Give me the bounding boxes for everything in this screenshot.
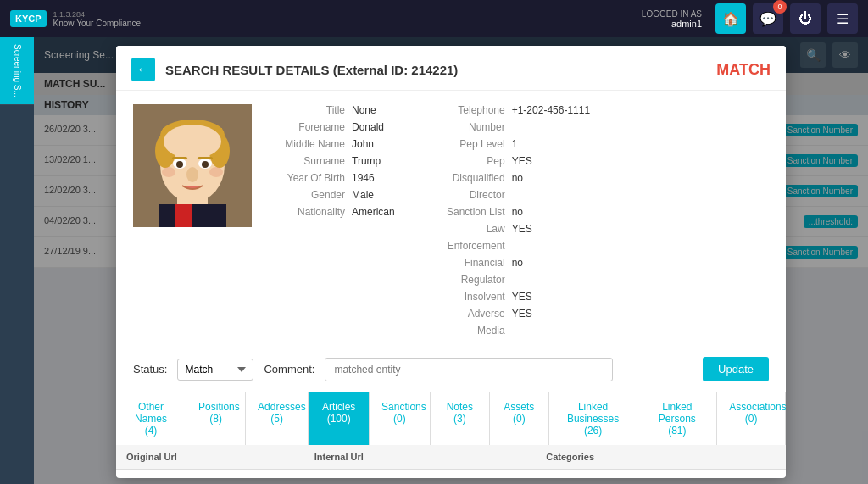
notification-badge: 0 [773,0,787,14]
info-row-yob: Year Of Birth 1946 [269,172,395,184]
tab-addresses[interactable]: Addresses (5) [246,392,309,445]
tab-positions[interactable]: Positions (8) [186,392,246,445]
info-row-adverse: Adverse YES [429,308,590,320]
top-navigation: KYCP 1.1.3.284 Know Your Compliance LOGG… [0,0,868,37]
sidebar: Screening S... [0,37,34,484]
back-button[interactable]: ← [131,58,155,81]
info-col-right: Telephone +1-202-456-1111 Number Pep Lev… [429,104,590,337]
modal-scroll-area[interactable]: Title None Forename Donald Middle Name J… [116,91,786,478]
logo-box: KYCP [10,10,47,27]
info-row-disqualified: Disqualified no [429,172,590,184]
top-nav-right: LOGGED IN AS admin1 🏠 💬 0 ⏻ ☰ [642,3,858,34]
tab-linked-persons[interactable]: Linked Persons (81) [637,392,717,445]
svg-point-9 [164,125,221,159]
col-original-url: Original Url [116,445,304,470]
info-row-surname: Surname Trump [269,155,395,167]
info-col-left: Title None Forename Donald Middle Name J… [269,104,395,337]
info-row-director: Director [429,189,590,201]
info-row-pep: Pep YES [429,155,590,167]
svg-point-17 [162,167,175,177]
app-name: Know Your Compliance [53,19,141,28]
menu-button[interactable]: ☰ [827,3,858,34]
info-row-nationality: Nationality American [269,206,395,218]
info-row-telephone: Telephone +1-202-456-1111 [429,104,590,116]
tab-notes[interactable]: Notes (3) [431,392,490,445]
svg-point-16 [186,167,198,182]
svg-point-12 [176,161,183,168]
modal-title: SEARCH RESULT DETAILS (External ID: 2142… [165,63,458,77]
app-version: 1.1.3.284 [53,10,141,19]
info-row-financial: Financial no [429,257,590,269]
profile-section: Title None Forename Donald Middle Name J… [116,91,786,350]
tab-articles[interactable]: Articles (100) [309,392,370,445]
tab-assets[interactable]: Assets (0) [490,392,549,445]
results-table: Original Url Internal Url Categories www… [116,445,786,478]
modal-header-left: ← SEARCH RESULT DETAILS (External ID: 21… [131,58,458,81]
col-internal-url: Internal Url [304,445,537,470]
info-row-peplevel: Pep Level 1 [429,138,590,150]
tab-other-names[interactable]: Other Names (4) [116,392,186,445]
tabs-bar: Other Names (4) Positions (8) Addresses … [116,392,786,445]
info-row-regulator: Regulator [429,274,590,286]
messages-button[interactable]: 💬 0 [753,3,783,34]
svg-rect-15 [198,157,213,159]
modal-overlay: ← SEARCH RESULT DETAILS (External ID: 21… [34,37,868,484]
logo-text: KYCP [15,14,42,24]
home-button[interactable]: 🏠 [715,3,746,34]
profile-info: Title None Forename Donald Middle Name J… [269,104,769,337]
sidebar-item-screening[interactable]: Screening S... [0,37,34,105]
table-row[interactable]: www.businessinsider.com ..../reourus-e5-… [116,470,786,478]
tab-associations[interactable]: Associations (0) [717,392,786,445]
info-row-number: Number [429,121,590,133]
tab-sanctions[interactable]: Sanctions (0) [370,392,431,445]
modal-header: ← SEARCH RESULT DETAILS (External ID: 21… [116,46,786,91]
nav-icons: 🏠 💬 0 ⏻ ☰ [715,3,858,34]
info-row-sanctionlist: Sanction List no [429,206,590,218]
info-row-gender: Gender Male [269,189,395,201]
tab-linked-businesses[interactable]: Linked Businesses (26) [549,392,637,445]
update-button[interactable]: Update [703,357,769,381]
logged-in-label: LOGGED IN AS admin1 [642,9,702,29]
cell-categories: FINANCIAL REGUL... PEP-IDA/... [536,470,786,478]
match-badge: MATCH [716,61,771,79]
info-row-enforcement: Enforcement [429,240,590,252]
profile-image [133,104,252,227]
svg-point-13 [202,161,209,168]
comment-input[interactable] [325,358,613,381]
info-row-law: Law YES [429,223,590,235]
cell-original-url: www.businessinsider.com [116,470,304,478]
modal-dialog: ← SEARCH RESULT DETAILS (External ID: 21… [116,46,786,478]
info-row-forename: Forename Donald [269,121,395,133]
page-layout: Screening S... Screening Se... 🔍 👁 MATCH… [0,37,868,484]
logo-subtext: 1.1.3.284 Know Your Compliance [53,10,141,28]
col-categories: Categories [536,445,786,470]
profile-photo [133,104,252,227]
info-row-media: Media [429,325,590,337]
info-row-title: Title None [269,104,395,116]
status-label: Status: [133,363,167,376]
table-header-row: Original Url Internal Url Categories [116,445,786,470]
svg-rect-3 [175,204,192,227]
status-select[interactable]: Match [177,359,253,381]
info-row-insolvent: Insolvent YES [429,291,590,303]
svg-point-18 [209,167,223,177]
svg-rect-14 [172,157,187,159]
info-row-middlename: Middle Name John [269,138,395,150]
logo-area: KYCP 1.1.3.284 Know Your Compliance [10,10,141,28]
cell-internal-url: ..../reourus-e5-intelligence.com... [304,470,537,478]
status-row: Status: Match Comment: Update [116,350,786,392]
main-content: Screening Se... 🔍 👁 MATCH SU... HISTORY … [34,37,868,484]
comment-label: Comment: [264,363,314,376]
power-button[interactable]: ⏻ [790,3,821,34]
